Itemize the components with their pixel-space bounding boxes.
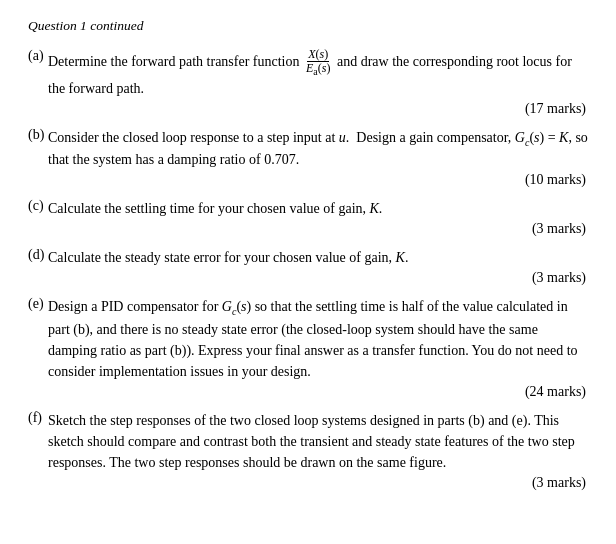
part-d-marks: (3 marks) — [28, 270, 588, 286]
part-e-text: Design a PID compensator for Gc(s) so th… — [48, 296, 588, 382]
part-f-marks: (3 marks) — [28, 475, 588, 491]
part-c-label: (c) — [28, 198, 48, 214]
part-e: (e) Design a PID compensator for Gc(s) s… — [28, 296, 588, 400]
part-d-text: Calculate the steady state error for you… — [48, 247, 588, 268]
part-c: (c) Calculate the settling time for your… — [28, 198, 588, 237]
part-f-text: Sketch the step responses of the two clo… — [48, 410, 588, 473]
part-a: (a) Determine the forward path transfer … — [28, 48, 588, 117]
part-a-marks: (17 marks) — [28, 101, 588, 117]
part-e-label: (e) — [28, 296, 48, 312]
part-a-label: (a) — [28, 48, 48, 64]
part-b-label: (b) — [28, 127, 48, 143]
fraction-xs-eas: X(s) Ea(s) — [305, 48, 331, 78]
part-b: (b) Consider the closed loop response to… — [28, 127, 588, 189]
part-d-label: (d) — [28, 247, 48, 263]
part-a-text: Determine the forward path transfer func… — [48, 48, 588, 99]
part-f: (f) Sketch the step responses of the two… — [28, 410, 588, 491]
part-c-text: Calculate the settling time for your cho… — [48, 198, 588, 219]
part-f-label: (f) — [28, 410, 48, 426]
part-c-marks: (3 marks) — [28, 221, 588, 237]
part-b-marks: (10 marks) — [28, 172, 588, 188]
part-b-text: Consider the closed loop response to a s… — [48, 127, 588, 171]
part-d: (d) Calculate the steady state error for… — [28, 247, 588, 286]
page-title: Question 1 continued — [28, 18, 588, 34]
part-e-marks: (24 marks) — [28, 384, 588, 400]
